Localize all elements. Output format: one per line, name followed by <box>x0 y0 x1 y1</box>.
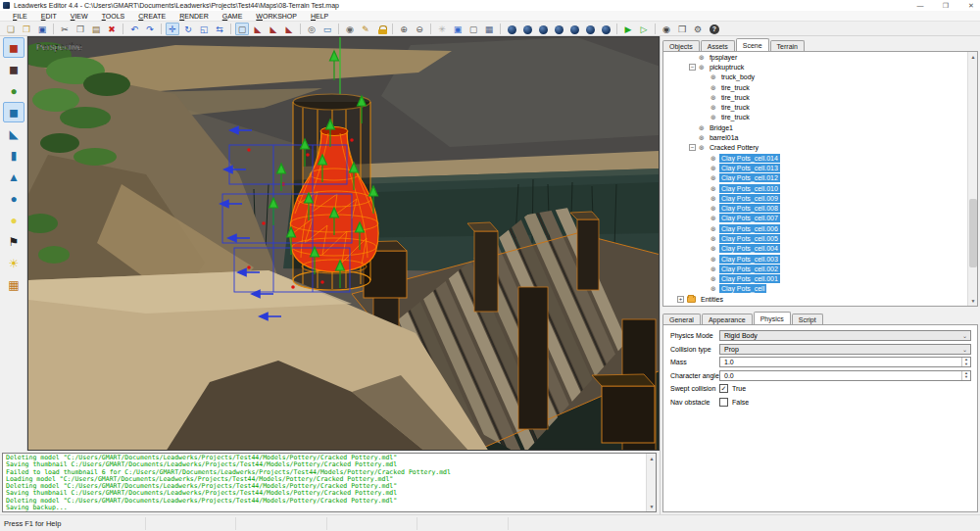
camera-tool-button[interactable]: ⚑ <box>3 231 24 252</box>
tab-objects[interactable]: Objects <box>662 40 700 51</box>
delete-button[interactable]: ✖ <box>105 23 119 35</box>
minimize-button[interactable]: — <box>915 2 925 9</box>
tree-item-entities[interactable]: +Entities <box>663 294 977 304</box>
tab-general[interactable]: General <box>662 314 701 324</box>
tree-item-bridge1[interactable]: ⊛Bridge1 <box>663 122 977 132</box>
tab-physics[interactable]: Physics <box>754 312 791 324</box>
tree-item-barrel01a[interactable]: ⊛barrel01a <box>663 132 977 142</box>
nav-obstacle-checkbox[interactable] <box>719 398 728 407</box>
wedge-brush-button[interactable]: ◣ <box>3 123 24 144</box>
tree-item-fpsplayer[interactable]: ⊛fpsplayer <box>663 52 977 62</box>
scroll-down-icon[interactable]: ▼ <box>647 502 657 511</box>
chevron-down-icon[interactable]: ⌄ <box>962 331 967 341</box>
render-mode-4-button[interactable] <box>552 23 565 35</box>
spinner-arrows-icon[interactable]: ▲▼ <box>961 358 970 366</box>
viewport-layout-button[interactable]: ▣ <box>451 23 465 35</box>
collision-type-select[interactable]: Prop⌄ <box>719 344 971 355</box>
viewport-3d[interactable]: Perspective <box>27 36 660 451</box>
tree-item-clay-pots-cell-004[interactable]: ⊛Clay Pots_cell.004 <box>663 244 977 254</box>
scene-tree[interactable]: ⊛fpsplayer−⊛pickuptruck⊛truck_body⊛tire_… <box>662 51 978 307</box>
tree-item-clay-pots-cell-014[interactable]: ⊛Clay Pots_cell.014 <box>663 153 977 163</box>
new-map-button[interactable]: ❏ <box>4 23 18 35</box>
title-bar[interactable]: Leadwerks Editor 4.4 - C:\Users\GMART\Do… <box>0 0 980 11</box>
box-brush-button[interactable]: ◼ <box>3 102 24 122</box>
snap-toggle-button[interactable]: ✳ <box>435 23 449 35</box>
tree-item-clay-pots-cell-009[interactable]: ⊛Clay Pots_cell.009 <box>663 193 977 203</box>
copy-button[interactable]: ❐ <box>74 23 87 35</box>
tree-item-pickuptruck[interactable]: −⊛pickuptruck <box>663 62 977 72</box>
menu-game[interactable]: GAME <box>216 13 250 20</box>
collapse-icon[interactable]: − <box>689 64 696 71</box>
tree-item-clay-pots-cell-003[interactable]: ⊛Clay Pots_cell.003 <box>663 254 977 264</box>
carve-button[interactable]: ◎ <box>305 23 318 35</box>
objects-tool-button[interactable]: ◼ <box>3 37 24 58</box>
menu-edit[interactable]: EDIT <box>34 13 64 20</box>
paint-tool-button[interactable]: ◉ <box>343 23 357 35</box>
render-mode-3-button[interactable] <box>536 23 550 35</box>
select-box-tool-button[interactable]: ▢ <box>235 23 249 35</box>
swept-collision-checkbox[interactable]: ✓ <box>719 384 728 393</box>
render-mode-1-button[interactable] <box>505 23 518 35</box>
tab-appearance[interactable]: Appearance <box>702 314 753 324</box>
environment-tool-button[interactable]: ☀ <box>3 253 24 273</box>
options-gear-button[interactable]: ⚙ <box>691 23 705 35</box>
run-game-button[interactable]: ▶ <box>621 23 635 35</box>
paste-button[interactable]: ▤ <box>89 23 103 35</box>
tree-item-tire-truck[interactable]: ⊛tire_truck <box>663 113 977 122</box>
tree-scrollbar[interactable]: ▲ ▼ <box>967 52 977 306</box>
move-tool-button[interactable]: ✛ <box>166 23 179 35</box>
align-top-button[interactable]: ◣ <box>282 23 296 35</box>
expand-icon[interactable]: + <box>677 296 684 303</box>
tree-item-clay-pots-cell-012[interactable]: ⊛Clay Pots_cell.012 <box>663 173 977 183</box>
menu-help[interactable]: HELP <box>304 13 335 20</box>
scale-tool-button[interactable]: ◱ <box>197 23 211 35</box>
tree-item-clay-pots-cell-001[interactable]: ⊛Clay Pots_cell.001 <box>663 274 977 284</box>
lock-widgets-button[interactable] <box>374 23 388 35</box>
tree-item-cracked-pottery[interactable]: −⊛Cracked Pottery <box>663 143 977 153</box>
prefab-crate-tool-button[interactable]: ▦ <box>3 274 24 295</box>
menu-file[interactable]: FILE <box>6 13 34 20</box>
cone-brush-button[interactable]: ▲ <box>3 167 24 187</box>
close-button[interactable]: ✕ <box>966 2 976 10</box>
light-tool-button[interactable]: ● <box>3 210 24 230</box>
tree-item-clay-pots-cell-006[interactable]: ⊛Clay Pots_cell.006 <box>663 223 977 233</box>
console-scrollbar[interactable]: ▲ ▼ <box>646 454 656 511</box>
console-window-button[interactable]: ❒ <box>675 23 689 35</box>
redo-button[interactable]: ↷ <box>143 23 157 35</box>
console-log[interactable]: Deleting model "C:/Users/GMART/Documents… <box>2 453 657 512</box>
tree-item-tire-truck[interactable]: ⊛tire_truck <box>663 102 977 112</box>
save-map-button[interactable]: ▣ <box>35 23 49 35</box>
scroll-down-icon[interactable]: ▼ <box>968 296 978 306</box>
mirror-tool-button[interactable]: ⇆ <box>213 23 226 35</box>
tree-item-clay-pots-cell[interactable]: ⊛Clay Pots_cell <box>663 284 977 294</box>
align-bottom-button[interactable]: ◣ <box>251 23 265 35</box>
tree-item-clay-pots-cell-010[interactable]: ⊛Clay Pots_cell.010 <box>663 183 977 193</box>
mass-input[interactable]: 1.0▲▼ <box>719 357 971 367</box>
menu-tools[interactable]: TOOLS <box>95 13 132 20</box>
tree-item-clay-pots-cell-002[interactable]: ⊛Clay Pots_cell.002 <box>663 264 977 273</box>
tree-item-clay-pots-cell-008[interactable]: ⊛Clay Pots_cell.008 <box>663 203 977 213</box>
screenshot-camera-button[interactable]: ◉ <box>660 23 673 35</box>
character-angle-input[interactable]: 0.0▲▼ <box>719 370 971 381</box>
menu-view[interactable]: VIEW <box>64 13 95 20</box>
tree-item-clay-pots-cell-007[interactable]: ⊛Clay Pots_cell.007 <box>663 214 977 223</box>
help-button[interactable] <box>707 23 720 35</box>
tree-item-tire-truck[interactable]: ⊛tire_truck <box>663 82 977 92</box>
menu-render[interactable]: RENDER <box>172 13 216 20</box>
undo-button[interactable]: ↶ <box>127 23 141 35</box>
chevron-down-icon[interactable]: ⌄ <box>962 345 967 355</box>
tab-assets[interactable]: Assets <box>701 40 735 51</box>
tab-terrain[interactable]: Terrain <box>770 40 805 51</box>
tab-script[interactable]: Script <box>792 314 823 324</box>
cut-button[interactable]: ✂ <box>58 23 72 35</box>
tree-item-truck-body[interactable]: ⊛truck_body <box>663 72 977 82</box>
tab-scene[interactable]: Scene <box>736 38 769 51</box>
tree-item-clay-pots-cell-013[interactable]: ⊛Clay Pots_cell.013 <box>663 163 977 172</box>
terrain-tool-button[interactable]: ● <box>3 80 24 101</box>
cylinder-brush-button[interactable]: ▮ <box>3 145 24 166</box>
align-center-button[interactable]: ◣ <box>267 23 280 35</box>
hollow-button[interactable]: ▭ <box>320 23 334 35</box>
menu-create[interactable]: CREATE <box>131 13 172 20</box>
brush-tool-button[interactable]: ◼ <box>3 59 24 79</box>
grid-toggle-button[interactable]: ▦ <box>482 23 496 35</box>
